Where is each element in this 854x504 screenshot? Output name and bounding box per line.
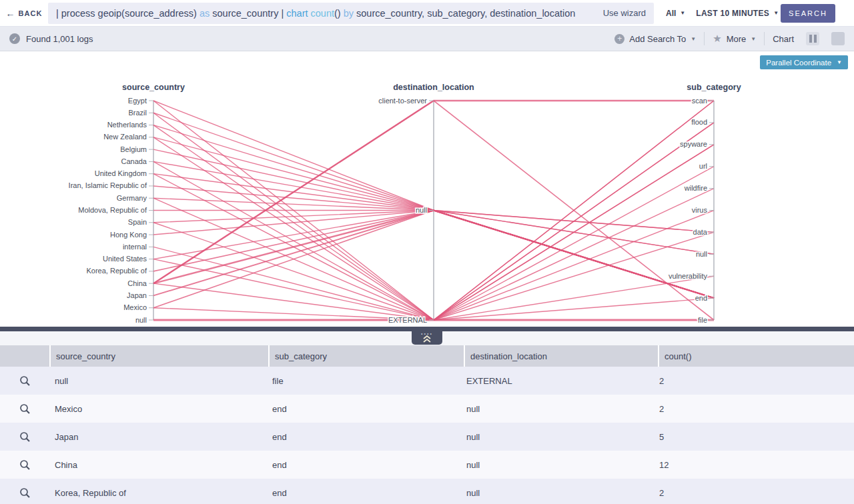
back-label: BACK (19, 9, 43, 17)
chevron-down-icon: ▼ (751, 36, 756, 42)
chevron-down-icon: ▼ (773, 10, 779, 16)
cell-count: 12 (654, 460, 854, 470)
axis-tick-label[interactable]: spyware (680, 140, 707, 148)
query-token: () (334, 8, 344, 19)
collapse-chart-button[interactable]: •••• (412, 331, 442, 345)
axis-tick-label[interactable]: Brazil (128, 109, 147, 117)
table-header-count[interactable]: count() (659, 345, 854, 367)
table-header-destination-location[interactable]: destination_location (465, 345, 658, 367)
chart-type-label: Parallel Coordinate (766, 59, 831, 67)
table-row: Japanendnull5 (0, 423, 854, 451)
axis-tick-label[interactable]: null (416, 206, 427, 214)
back-arrow-icon: ← (6, 9, 15, 18)
cell-source-country: Mexico (49, 404, 267, 414)
table-header-source-country[interactable]: source_country (51, 345, 268, 367)
chevron-down-icon: ▼ (837, 59, 842, 65)
axis-tick-label[interactable]: wildfire (684, 184, 707, 192)
row-search-icon[interactable] (0, 431, 49, 443)
axis-tick-label[interactable]: Canada (121, 157, 147, 165)
table-row: Korea, Republic ofendnull2 (0, 479, 854, 504)
axis-tick-label[interactable]: Iran, Islamic Republic of (69, 181, 147, 189)
chevron-down-icon: ▼ (691, 36, 696, 42)
row-search-icon[interactable] (0, 403, 49, 415)
axis-tick-label[interactable]: data (693, 228, 708, 236)
cell-destination-location: null (461, 488, 654, 498)
cell-sub-category: end (267, 404, 461, 414)
axis-tick-label[interactable]: url (699, 162, 707, 170)
table-body: nullfileEXTERNAL2Mexicoendnull2Japanendn… (0, 367, 854, 504)
axis-tick-label[interactable]: Spain (128, 218, 147, 226)
axis-title: sub_category (687, 83, 741, 92)
cell-count: 2 (654, 404, 854, 414)
cell-destination-location: null (461, 460, 654, 470)
axis-tick-label[interactable]: flood (691, 118, 707, 126)
add-search-to-button[interactable]: + Add Search To ▼ (614, 34, 696, 44)
cell-sub-category: end (267, 432, 461, 442)
chart-type-dropdown[interactable]: Parallel Coordinate ▼ (760, 55, 848, 69)
time-range-dropdown[interactable]: LAST 10 MINUTES ▼ (696, 9, 779, 18)
axis-tick-label[interactable]: virus (692, 206, 708, 214)
axis-tick-label[interactable]: Egypt (128, 97, 147, 105)
row-search-icon[interactable] (0, 487, 49, 499)
use-wizard-link[interactable]: Use wizard (603, 8, 646, 18)
row-search-icon[interactable] (0, 375, 49, 387)
axis-tick-label[interactable]: New Zealand (103, 133, 147, 141)
axis-tick-label[interactable]: vulnerability (669, 272, 708, 280)
axis-tick-label[interactable]: Japan (127, 291, 147, 299)
axis-tick-label[interactable]: Hong Kong (110, 231, 147, 239)
query-token: source_country, sub_category, destinatio… (356, 8, 575, 19)
panel-divider[interactable] (0, 327, 854, 331)
more-button[interactable]: ★ More ▼ (713, 33, 756, 45)
axis-tick-label[interactable]: internal (123, 243, 147, 251)
axis-tick-label[interactable]: United Kingdom (95, 169, 147, 177)
axis-tick-label[interactable]: file (698, 316, 707, 324)
panel-layout-icon[interactable] (806, 32, 819, 45)
axis-tick-label[interactable]: scan (692, 97, 707, 105)
scope-dropdown[interactable]: All ▼ (666, 9, 685, 18)
axis-tick-label[interactable]: Belgium (120, 145, 147, 153)
cell-source-country: Korea, Republic of (49, 488, 267, 498)
table-header-spacer (0, 345, 49, 367)
axis-tick-label[interactable]: Netherlands (107, 121, 147, 129)
double-chevron-up-icon (422, 335, 432, 343)
axis-tick-label[interactable]: null (696, 250, 707, 258)
axis-tick-label[interactable]: China (127, 279, 147, 287)
results-table: source_country sub_category destination_… (0, 345, 854, 504)
cell-source-country: China (49, 460, 267, 470)
collapse-strip: •••• (0, 331, 854, 345)
plus-circle-icon: + (614, 34, 624, 44)
row-search-icon[interactable] (0, 459, 49, 471)
table-row: Mexicoendnull2 (0, 395, 854, 423)
cell-count: 2 (654, 376, 854, 386)
axis-tick-label[interactable]: client-to-server (378, 97, 427, 105)
axis-tick-label[interactable]: Moldova, Republic of (78, 206, 147, 214)
cell-sub-category: end (267, 460, 461, 470)
cell-sub-category: file (267, 376, 461, 386)
toolbar-separator (704, 32, 705, 45)
query-token: as (199, 8, 212, 19)
search-button[interactable]: SEARCH (781, 4, 835, 23)
query-input[interactable]: | process geoip(source_address) as sourc… (48, 3, 654, 24)
toolbar-actions: + Add Search To ▼ ★ More ▼ Chart (614, 32, 845, 45)
query-token: source_country | (212, 8, 286, 19)
axis-tick-label[interactable]: Korea, Republic of (87, 267, 147, 275)
star-icon: ★ (713, 33, 721, 45)
query-text[interactable]: | process geoip(source_address) as sourc… (56, 8, 596, 19)
grid-view-icon[interactable] (831, 32, 845, 45)
table-row: nullfileEXTERNAL2 (0, 367, 854, 395)
axis-tick-label[interactable]: Mexico (123, 303, 147, 311)
axis-tick-label[interactable]: EXTERNAL (388, 316, 427, 324)
time-range-label: LAST 10 MINUTES (696, 9, 769, 18)
scope-dropdown-label: All (666, 9, 676, 18)
toolbar-separator (764, 32, 765, 45)
back-button[interactable]: ← BACK (0, 9, 48, 18)
table-header-sub-category[interactable]: sub_category (270, 345, 464, 367)
axis-tick-label[interactable]: null (135, 316, 147, 324)
cell-source-country: Japan (49, 432, 267, 442)
search-status-text: Found 1,001 logs (26, 34, 93, 44)
axis-tick-label[interactable]: Germany (117, 194, 147, 202)
axis-tick-label[interactable]: United States (103, 255, 147, 263)
cell-destination-location: null (461, 432, 654, 442)
axis-tick-label[interactable]: end (695, 294, 707, 302)
parallel-coordinates-chart: source_countryEgyptBrazilNetherlandsNew … (0, 51, 854, 327)
